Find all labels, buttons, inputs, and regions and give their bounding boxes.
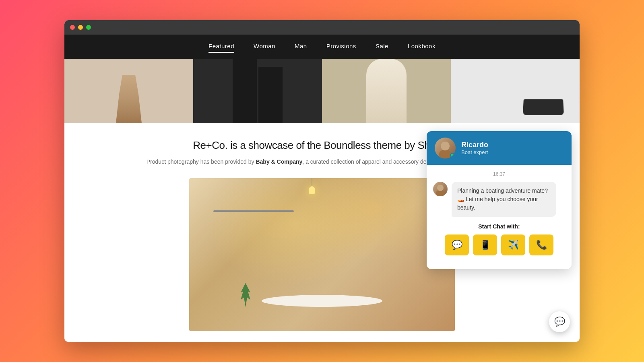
main-nav: Featured Woman Man Provisions Sale Lookb… — [64, 35, 580, 59]
agent-role: Boat expert — [461, 149, 564, 155]
telegram-button[interactable]: ✈️ — [501, 234, 525, 255]
chat-bubble-icon: 💬 — [554, 317, 565, 327]
viber-icon: 📞 — [536, 240, 547, 250]
nav-item-featured[interactable]: Featured — [208, 43, 234, 51]
plant — [237, 283, 254, 307]
nav-item-lookbook[interactable]: Lookbook — [408, 43, 436, 51]
start-chat-label: Start Chat with: — [433, 223, 565, 230]
subtext-before: Product photography has been provided by — [147, 158, 256, 165]
messenger-button[interactable]: 💬 — [445, 234, 469, 255]
messenger-icon: 💬 — [452, 240, 462, 250]
hero-image-3 — [322, 59, 451, 123]
hero-strip — [64, 59, 580, 123]
nav-list: Featured Woman Man Provisions Sale Lookb… — [208, 43, 436, 51]
nav-item-woman[interactable]: Woman — [254, 43, 275, 51]
hero-image-2 — [193, 59, 322, 123]
nav-item-provisions[interactable]: Provisions — [326, 43, 356, 51]
chat-widget: Ricardo Boat expert 16:37 Planning a boa… — [427, 131, 572, 269]
chat-start-section: Start Chat with: 💬 📱 ✈️ — [433, 223, 565, 255]
chat-message-row: Planning a boating adventure mate? 🚤 Let… — [433, 182, 565, 217]
hero-image-4 — [451, 59, 580, 123]
hero-image-1 — [64, 59, 193, 123]
nav-item-man[interactable]: Man — [295, 43, 307, 51]
clothing-rack — [213, 210, 294, 259]
subtext-bold: Baby & Company — [256, 158, 302, 165]
close-dot[interactable] — [70, 25, 75, 30]
whatsapp-button[interactable]: 📱 — [473, 234, 497, 255]
main-content: Re+Co. is a showcase of the Boundless th… — [64, 123, 580, 342]
viber-button[interactable]: 📞 — [529, 234, 553, 255]
site-content: Featured Woman Man Provisions Sale Lookb… — [64, 35, 580, 342]
maximize-dot[interactable] — [86, 25, 91, 30]
chat-body: 16:37 Planning a boating adventure mate?… — [427, 165, 572, 269]
chat-timestamp: 16:37 — [433, 171, 565, 177]
shop-table — [262, 295, 382, 307]
chat-header: Ricardo Boat expert — [427, 131, 572, 165]
shop-interior-image — [189, 178, 455, 331]
chat-channel-buttons: 💬 📱 ✈️ 📞 — [433, 234, 565, 255]
browser-window: Featured Woman Man Provisions Sale Lookb… — [64, 20, 580, 342]
avatar — [435, 138, 456, 158]
whatsapp-icon: 📱 — [480, 240, 491, 250]
agent-name: Ricardo — [461, 141, 564, 149]
floating-chat-button[interactable]: 💬 — [549, 311, 570, 332]
minimize-dot[interactable] — [78, 25, 83, 30]
light-bulb — [309, 186, 315, 194]
chat-bubble: Planning a boating adventure mate? 🚤 Let… — [452, 182, 556, 217]
chat-agent-info: Ricardo Boat expert — [461, 141, 564, 155]
nav-item-sale[interactable]: Sale — [376, 43, 388, 51]
browser-chrome — [64, 20, 580, 35]
online-indicator — [450, 153, 455, 158]
telegram-icon: ✈️ — [508, 240, 519, 250]
message-avatar — [433, 182, 448, 196]
